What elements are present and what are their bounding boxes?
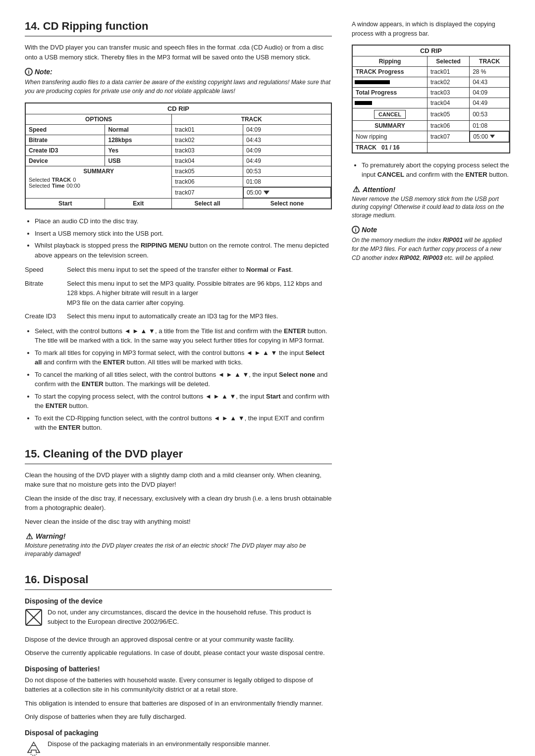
- options-col-header: OPTIONS: [25, 114, 172, 125]
- attention-box: ⚠ Attention! Never remove the USB memory…: [352, 186, 510, 220]
- summary-label: SUMMARY: [29, 168, 168, 175]
- track04-time: 04:49: [243, 156, 331, 166]
- disposal-device-row: Do not, under any circumstances, discard…: [25, 607, 332, 631]
- track-num-val: 01 / 16: [381, 144, 400, 151]
- right-track05-time: 00:53: [470, 108, 510, 120]
- track05-label: track05: [172, 166, 243, 177]
- note-label: Note:: [35, 68, 53, 76]
- note2-label: Note: [362, 226, 377, 234]
- table-row: track04 04:49: [352, 98, 510, 108]
- right-track02-time: 04:43: [470, 77, 510, 87]
- section15-para1: Clean the housing of the DVD player with…: [25, 470, 332, 490]
- table-row: Bitrate 128kbps track02 04:43: [25, 135, 331, 146]
- total-progress-label: Total Progress: [352, 87, 427, 98]
- list-item: Select, with the control buttons ◄ ► ▲ ▼…: [35, 326, 332, 346]
- batteries-text1: Do not dispose of the batteries with hou…: [25, 675, 332, 695]
- summary-label-right: SUMMARY: [352, 120, 427, 131]
- table-row: SUMMARY track06 01:08: [352, 120, 510, 131]
- right-column: A window appears, in which is displayed …: [352, 20, 510, 756]
- track04-label: track04: [172, 156, 243, 166]
- createid3-term: Create ID3: [25, 311, 62, 321]
- selected-time-val: 00:00: [66, 183, 80, 189]
- right-track07-time: 05:00: [470, 131, 509, 142]
- track-col-hdr: TRACK: [470, 56, 510, 66]
- track06-time: 01:08: [243, 177, 331, 187]
- selected-track-val: 0: [73, 177, 76, 183]
- right-track01-pct: 28 %: [470, 66, 510, 77]
- attention-text: Never remove the USB memory stick from t…: [352, 195, 510, 220]
- batteries-text3: Only dispose of batteries when they are …: [25, 712, 332, 722]
- speed-desc: Select this menu input to set the speed …: [67, 265, 332, 275]
- exit-button[interactable]: Exit: [105, 199, 172, 209]
- def-row-speed: Speed Select this menu input to set the …: [25, 265, 332, 275]
- table-row: CANCEL track05 00:53: [352, 108, 510, 120]
- speed-term: Speed: [25, 265, 62, 275]
- track-col: TRACK: [52, 177, 71, 183]
- right-intro: A window appears, in which is displayed …: [352, 20, 510, 39]
- section15-title: 15. Cleaning of the DVD player: [25, 448, 332, 464]
- table-row: TRACK Progress track01 28 %: [352, 66, 510, 77]
- right-track05: track05: [427, 108, 469, 120]
- def-row-bitrate: Bitrate Select this menu input to set th…: [25, 279, 332, 308]
- warning-box: ⚠ Warning! Moisture penetrating into the…: [25, 532, 332, 558]
- track02-label: track02: [172, 135, 243, 146]
- track06-label: track06: [172, 177, 243, 187]
- info-icon-2: i: [352, 226, 360, 234]
- track-col-header: TRACK: [172, 114, 331, 125]
- total-progress-bar-cell: [352, 98, 427, 108]
- right-track06: track06: [427, 120, 469, 131]
- disposal-packaging-row: Dispose of the packaging materials in an…: [25, 739, 332, 756]
- track07-time: 05:00: [243, 187, 331, 198]
- list-item: Whilst playback is stopped press the RIP…: [35, 241, 332, 260]
- cdrip-table-right: CD RIP Ripping Selected TRACK TRACK Prog…: [352, 45, 510, 153]
- ripping-col-hdr: Ripping: [352, 56, 427, 66]
- right-track04: track04: [427, 98, 469, 108]
- cdrip-table-title: CD RIP: [25, 103, 331, 114]
- section15-para2: Clean the inside of the disc tray, if ne…: [25, 494, 332, 513]
- track01-time: 04:09: [243, 125, 331, 135]
- section16-container: 16. Disposal Disposing of the device Do …: [25, 573, 332, 756]
- section14-intro: With the DVD player you can transfer mus…: [25, 43, 332, 62]
- left-column: 14. CD Ripping function With the DVD pla…: [25, 20, 332, 756]
- track02-time: 04:43: [243, 135, 331, 146]
- start-button[interactable]: Start: [25, 199, 105, 209]
- recycling-icon: [25, 740, 43, 756]
- note-box-2: i Note On the memory medium the index RI…: [352, 226, 510, 262]
- select-none-button[interactable]: Select none: [243, 199, 331, 209]
- select-all-button[interactable]: Select all: [172, 199, 243, 209]
- warning-title: Warning!: [36, 532, 65, 540]
- subsection-batteries-title: Disposing of batteries!: [25, 665, 332, 673]
- warning-triangle-icon: ⚠: [25, 532, 34, 540]
- table-row: Create ID3 Yes track03 04:09: [25, 146, 331, 156]
- table-row: Total Progress track03 04:09: [352, 87, 510, 98]
- disposal-device-icon: [25, 608, 43, 628]
- table-row: Device USB track04 04:49: [25, 156, 331, 166]
- track-progress-bar-cell: [352, 77, 427, 87]
- track-num-label-row: TRACK 01 / 16: [352, 142, 427, 153]
- subsection-packaging-title: Disposal of packaging: [25, 729, 332, 737]
- now-ripping-label: Now ripping: [352, 131, 427, 142]
- track-progress-label: TRACK Progress: [352, 66, 427, 77]
- bullet-list-2: Select, with the control buttons ◄ ► ▲ ▼…: [25, 326, 332, 433]
- track03-label: track03: [172, 146, 243, 156]
- time-col: Time: [52, 183, 64, 189]
- speed-label: Speed: [25, 125, 105, 135]
- createid3-value: Yes: [105, 146, 172, 156]
- section16-title: 16. Disposal: [25, 573, 332, 590]
- packaging-text: Dispose of the packaging materials in an…: [48, 739, 270, 749]
- track01-label: track01: [172, 125, 243, 135]
- bitrate-term: Bitrate: [25, 279, 62, 308]
- section15-para3: Never clean the inside of the disc tray …: [25, 517, 332, 527]
- table-row: SUMMARY Selected TRACK 0 Selected Time 0…: [25, 166, 331, 177]
- createid3-label: Create ID3: [25, 146, 105, 156]
- attention-triangle-icon: ⚠: [352, 186, 361, 194]
- cancel-button[interactable]: CANCEL: [374, 110, 406, 119]
- table-row: Speed Normal track01 04:09: [25, 125, 331, 135]
- list-item: Insert a USB memory stick into the USB p…: [35, 229, 332, 239]
- list-item: To prematurely abort the copying process…: [362, 160, 510, 180]
- device-label: Device: [25, 156, 105, 166]
- track03-time: 04:09: [243, 146, 331, 156]
- def-section: Speed Select this menu input to set the …: [25, 265, 332, 321]
- bitrate-desc: Select this menu input to set the MP3 qu…: [67, 279, 332, 308]
- selected-label2: Selected: [29, 183, 50, 189]
